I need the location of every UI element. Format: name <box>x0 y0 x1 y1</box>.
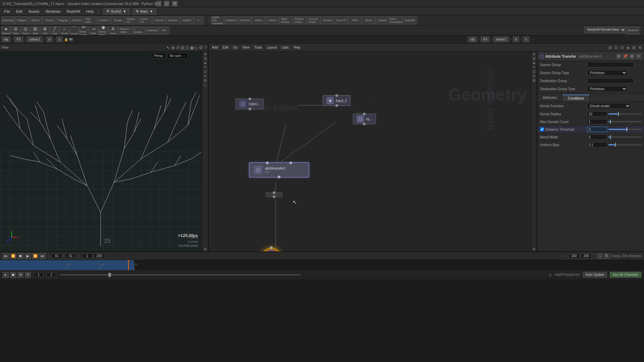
bottom-play-all[interactable]: ⏵ <box>3 272 9 278</box>
props-blend-width-input[interactable] <box>587 134 607 140</box>
tool-sphere[interactable]: ●Sphere <box>1 26 11 35</box>
shelf-pyrofx[interactable]: Pyro FX <box>334 16 348 24</box>
tool-path[interactable]: ⊸Path <box>89 26 98 35</box>
ne-menu-go[interactable]: Go <box>231 45 239 50</box>
tool-curve[interactable]: ⌒Curve <box>69 26 79 35</box>
shelf-particle-fluids[interactable]: Particle Fluids <box>293 16 307 24</box>
tl-jump-end[interactable]: ⏭ <box>40 253 46 259</box>
ne-icon-4[interactable]: ◈ <box>626 45 631 50</box>
tool-lsystem[interactable]: L-System <box>132 26 145 35</box>
props-kernel-radius-slider[interactable] <box>608 113 641 115</box>
vp-sidebar-btn-6[interactable]: ⊟ <box>204 74 207 78</box>
shelf-rigging[interactable]: Rigging <box>56 16 70 24</box>
props-max-sample-input[interactable] <box>587 119 607 124</box>
tl-zoom-end[interactable] <box>581 253 592 258</box>
timeline-bar[interactable]: 144 168 192 <box>0 260 644 270</box>
minimize-button[interactable]: ─ <box>156 1 161 6</box>
vp-camera-icon[interactable]: ◉ <box>190 45 194 50</box>
props-tab-attributes[interactable]: Attributes <box>537 95 562 102</box>
node-optim[interactable]: ⬡ Optim... <box>235 99 264 109</box>
bottom-settings[interactable]: ⚙ <box>17 272 23 278</box>
main-label[interactable]: Main <box>140 9 148 13</box>
tool-null[interactable]: ⊕Null <box>40 26 50 35</box>
props-distance-threshold-checkbox[interactable] <box>540 127 544 131</box>
tool-file[interactable]: File <box>159 26 169 35</box>
tl-next-key[interactable]: ⏩ <box>32 253 38 259</box>
props-uniform-bias-slider[interactable] <box>608 144 641 145</box>
tl-stop[interactable]: ⏹ <box>17 253 23 259</box>
shelf-terrain[interactable]: Terrain <box>111 16 125 24</box>
shelf-wires[interactable]: Wires <box>362 16 375 24</box>
props-source-group-type-dropdown[interactable]: Primitives Points <box>587 70 627 76</box>
vp-sidebar-btn-9[interactable]: ⊗ <box>204 247 207 251</box>
tl-zoom-input[interactable] <box>569 253 580 258</box>
path-d-right[interactable]: d <box>513 37 520 42</box>
viewport-area[interactable]: Persp No cam → ⊕ ⊞ ◈ ✕ ⊡ ⊟ ⊠ ◯ ⊗ <box>0 52 208 251</box>
vp-rotate-icon[interactable]: ↺ <box>176 45 180 50</box>
tool-circle[interactable]: ○Circle <box>60 26 69 35</box>
props-max-sample-slider[interactable] <box>608 121 641 122</box>
ne-menu-edit[interactable]: Edit <box>221 45 230 50</box>
shelf-texture[interactable]: Texture <box>43 16 56 24</box>
ne-menu-help[interactable]: Help <box>291 45 303 50</box>
path-fx-left[interactable]: FX <box>14 37 23 42</box>
ne-sb-8[interactable]: ⊗ <box>533 247 535 251</box>
props-kernel-radius-input[interactable] <box>587 111 607 117</box>
props-source-group-input[interactable] <box>587 62 634 67</box>
tl-jump-start[interactable]: ⏮ <box>3 253 9 259</box>
ne-menu-view[interactable]: View <box>240 45 252 50</box>
ne-icon-2[interactable]: ⊡ <box>613 45 619 50</box>
tool-font[interactable]: AFont <box>108 26 118 35</box>
shelf-particles[interactable]: Particles <box>238 16 252 24</box>
tool-line[interactable]: ╱Line <box>50 26 59 35</box>
shelf-polygon[interactable]: Polygon <box>15 16 29 24</box>
props-uniform-bias-input[interactable] <box>587 142 607 147</box>
node-editor-canvas[interactable]: Education Edition Geometry Oceans Geht ⬡… <box>209 52 537 251</box>
redshift-dropdown[interactable]: Redshift RenderView <box>584 26 626 33</box>
shelf-oceans[interactable]: Oceans <box>321 16 334 24</box>
tl-key-btn[interactable]: ⬦ <box>597 253 603 259</box>
props-dest-group-type-dropdown[interactable]: Primitives Points <box>587 86 627 92</box>
vp-scale-icon[interactable]: ⊞ <box>180 45 184 50</box>
props-gear-btn[interactable]: ⚙ <box>616 54 621 59</box>
path-s-left[interactable]: s <box>56 37 63 42</box>
tool-grid[interactable]: ⊞Grid <box>31 26 40 35</box>
shelf-viscous[interactable]: Viscous Fluids <box>307 16 320 24</box>
path-fx-right[interactable]: FX <box>481 37 490 42</box>
ne-menu-add[interactable]: Add <box>210 45 220 50</box>
path-d-left[interactable]: d <box>46 37 53 42</box>
ne-menu-labs[interactable]: Labs <box>279 45 291 50</box>
props-blend-width-slider[interactable] <box>608 136 641 138</box>
vp-sidebar-btn-7[interactable]: ⊠ <box>204 78 207 82</box>
props-grid-btn[interactable]: ⊞ <box>629 54 635 59</box>
tl-frame-display[interactable] <box>65 253 76 258</box>
node-small-rect[interactable] <box>266 192 282 197</box>
maximize-button[interactable]: □ <box>164 1 169 6</box>
shelf-drive-sim[interactable]: Drive Simulation <box>389 16 403 24</box>
tl-prev-key[interactable]: ⏪ <box>10 253 16 259</box>
vp-select-icon[interactable]: ↖ <box>166 45 170 50</box>
node-inject[interactable]: ⬡ Inj... <box>353 114 376 124</box>
vp-render-icon[interactable]: ▷ <box>195 45 198 50</box>
shelf-radshift[interactable]: Radshift <box>403 16 417 24</box>
tl-range-end[interactable] <box>94 253 105 258</box>
props-kernel-function-dropdown[interactable]: Elendt model Linear <box>587 103 631 109</box>
path-solver-right[interactable]: solver1 <box>493 37 509 42</box>
shelf-fem[interactable]: FEM <box>348 16 362 24</box>
shelf-rigid[interactable]: Rigid Bodies <box>279 16 293 24</box>
props-distance-threshold-slider[interactable] <box>608 129 641 130</box>
path-add-icon[interactable]: + <box>532 38 534 41</box>
tool-platonic[interactable]: Platonic Solids <box>118 26 131 35</box>
vp-sidebar-btn-8[interactable]: ◯ <box>203 83 207 86</box>
node-input2[interactable]: ◈ Input_2 <box>323 95 351 106</box>
auto-update-btn[interactable]: Auto Update <box>583 272 607 278</box>
ne-sb-5[interactable]: ⊡ <box>533 70 535 73</box>
vp-transform-icon[interactable]: ⊕ <box>171 45 175 50</box>
ne-sb-1[interactable]: ⊕ <box>533 52 535 56</box>
shelf-geometry[interactable]: Geometry <box>1 16 15 24</box>
shelf-deform[interactable]: Deform <box>29 16 42 24</box>
shelf-crowds[interactable]: Crowds <box>376 16 389 24</box>
shelf-sidefx[interactable]: SideFX <box>180 16 194 24</box>
bottom-frame-input[interactable] <box>34 272 44 277</box>
ne-sb-7[interactable]: ⊠ <box>533 78 535 82</box>
